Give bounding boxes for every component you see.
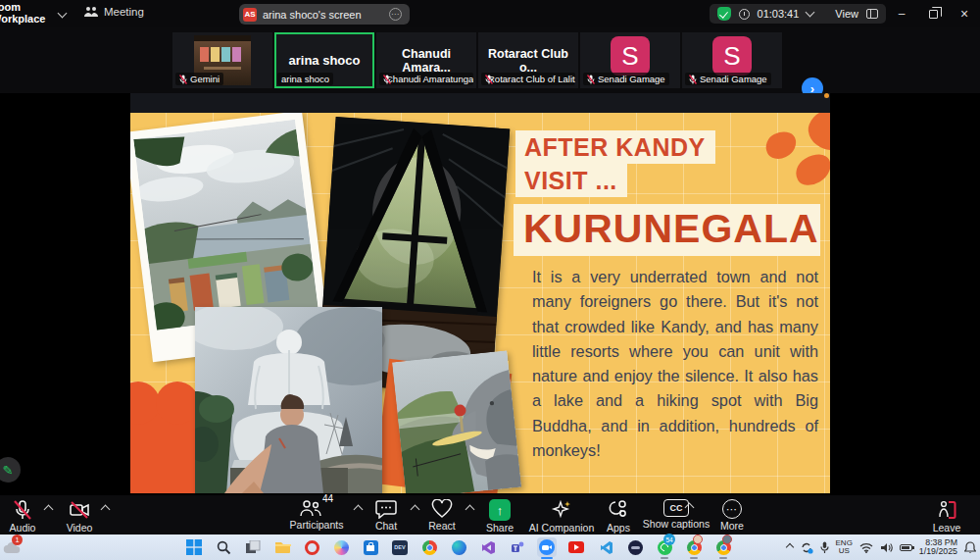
tray-expand-chevron[interactable] — [785, 543, 793, 551]
tray-mic-icon[interactable] — [820, 541, 829, 554]
heart-icon — [431, 499, 453, 519]
participant-name: Senadi Gamage — [700, 74, 767, 84]
taskbar-dev-home[interactable]: DEV — [390, 537, 410, 557]
taskbar-copilot[interactable] — [331, 537, 351, 557]
chat-button[interactable]: Chat — [365, 499, 408, 532]
video-tile-rotaract[interactable]: Rotaract Club o... Rotaract Club of Lali… — [478, 32, 578, 88]
battery-icon[interactable] — [900, 544, 912, 551]
taskbar-opera[interactable] — [302, 537, 321, 557]
security-shield-icon[interactable] — [717, 7, 731, 21]
apps-icon — [608, 499, 629, 521]
photo-elephant-statue — [392, 350, 521, 493]
video-tile-gemini[interactable]: Gemini — [172, 32, 272, 88]
minimize-button[interactable]: – — [886, 0, 917, 27]
visual-studio-icon — [481, 540, 496, 555]
taskbar-vscode[interactable] — [596, 537, 615, 557]
dark-circle-app-icon — [628, 540, 643, 555]
view-button-label[interactable]: View — [835, 8, 858, 20]
leave-button[interactable]: Leave — [925, 499, 968, 534]
chevron-down-icon[interactable] — [806, 8, 815, 18]
taskbar-notification-widget[interactable]: 1 — [2, 537, 22, 557]
share-button[interactable]: ↑ Share — [478, 499, 521, 534]
shared-screen-margin — [130, 93, 830, 113]
whatsapp-badge: 54 — [663, 534, 675, 545]
decor-blob — [804, 113, 830, 157]
decor-blob — [761, 127, 801, 163]
slide-title: KURUNEGALA — [523, 208, 812, 250]
react-options-chevron[interactable] — [466, 505, 475, 515]
video-button[interactable]: Video — [59, 499, 100, 534]
participants-icon — [300, 499, 321, 518]
view-layout-icon[interactable] — [866, 9, 878, 19]
notification-bell-icon[interactable] — [964, 541, 976, 554]
participant-name: Chanudi Amaratunga — [386, 74, 473, 84]
taskbar-chrome-profile-2[interactable] — [713, 537, 733, 557]
taskbar-start-button[interactable] — [184, 537, 204, 557]
participant-name: Gemini — [190, 74, 220, 84]
more-button[interactable]: ⋯ More — [712, 499, 752, 532]
teams-icon — [511, 540, 525, 555]
tab-meeting[interactable]: Meeting — [84, 6, 144, 18]
chrome-icon — [422, 540, 437, 555]
muted-mic-icon — [179, 75, 187, 84]
taskbar-teams[interactable] — [508, 537, 527, 557]
audio-options-chevron[interactable] — [44, 505, 54, 515]
avatar: AS — [243, 8, 257, 22]
language-indicator[interactable]: ENG US — [836, 539, 853, 556]
video-tile-arina-shoco[interactable]: arina shoco arina shoco — [274, 32, 374, 88]
video-tile-chanudi[interactable]: Chanudi Amara... Chanudi Amaratunga — [376, 32, 476, 88]
taskbar-youtube[interactable] — [566, 537, 586, 557]
participant-name: Rotaract Club of Lalitp.. — [488, 74, 575, 84]
apps-button[interactable]: Apps — [599, 499, 638, 534]
vscode-icon — [599, 540, 613, 555]
title-bar: Zoom Workplace Meeting AS arina shoco's … — [0, 0, 980, 27]
search-icon — [217, 540, 231, 555]
wifi-icon[interactable] — [859, 542, 873, 553]
clock-date[interactable]: 8:38 PM 1/19/2025 — [919, 538, 957, 557]
muted-mic-icon — [587, 75, 595, 84]
participants-options-chevron[interactable] — [354, 505, 364, 515]
participant-name: Senadi Gamage — [598, 74, 665, 84]
people-icon — [84, 6, 98, 18]
ai-companion-button[interactable]: AI Companion — [522, 499, 601, 534]
video-tile-senadi-2[interactable]: S Senadi Gamage — [682, 32, 782, 88]
close-button[interactable]: × — [949, 0, 980, 27]
slide-corner-dot — [824, 93, 829, 98]
sync-icon[interactable] — [800, 541, 813, 554]
windows-taskbar: 1 DEV — [0, 535, 980, 560]
taskbar-dark-app[interactable] — [625, 537, 645, 557]
meeting-status-cluster: 01:03:41 View — [710, 4, 886, 24]
participant-name: arina shoco — [281, 74, 329, 84]
chat-icon — [375, 499, 397, 519]
taskbar-whatsapp[interactable]: 54 — [655, 537, 674, 557]
chat-options-chevron[interactable] — [411, 505, 420, 515]
taskbar-file-explorer[interactable] — [272, 537, 292, 557]
pencil-icon: ✎ — [3, 463, 14, 478]
annotate-button[interactable]: ✎ — [0, 457, 21, 483]
taskbar-edge[interactable] — [449, 537, 468, 557]
taskbar-zoom-active[interactable] — [537, 537, 557, 557]
avatar: S — [712, 36, 752, 76]
restore-button[interactable] — [917, 0, 949, 27]
captions-button[interactable]: CC Show captions — [641, 499, 711, 530]
taskbar-task-view-button[interactable] — [243, 537, 263, 557]
audio-button[interactable]: Audio — [2, 499, 43, 534]
shared-screen-pill[interactable]: AS arina shoco's screen ⋯ — [239, 4, 410, 25]
video-options-chevron[interactable] — [101, 505, 111, 515]
tray-date: 1/19/2025 — [919, 547, 957, 557]
taskbar-visual-studio[interactable] — [478, 537, 498, 557]
participants-button[interactable]: 44 Participants — [286, 499, 347, 531]
taskbar-microsoft-store[interactable] — [361, 537, 380, 557]
profile-badge — [693, 535, 703, 544]
window-controls: – × — [886, 0, 980, 27]
more-options-icon[interactable]: ⋯ — [389, 8, 402, 21]
slide-body-text: It is a very underrated town and not man… — [532, 265, 818, 463]
react-button[interactable]: React — [420, 499, 464, 532]
video-tile-senadi-1[interactable]: S Senadi Gamage — [580, 32, 680, 88]
taskbar-chrome[interactable] — [419, 537, 439, 557]
notification-badge: 1 — [12, 535, 23, 545]
taskbar-chrome-profile-1[interactable] — [684, 537, 704, 557]
taskbar-search-button[interactable] — [214, 537, 233, 557]
speaker-icon[interactable] — [880, 542, 893, 553]
shared-screen-label: arina shoco's screen — [263, 9, 362, 21]
